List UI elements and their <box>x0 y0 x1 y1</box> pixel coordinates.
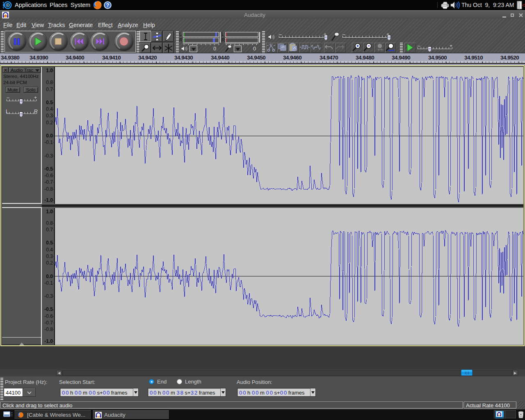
svg-text:?: ? <box>106 2 110 8</box>
